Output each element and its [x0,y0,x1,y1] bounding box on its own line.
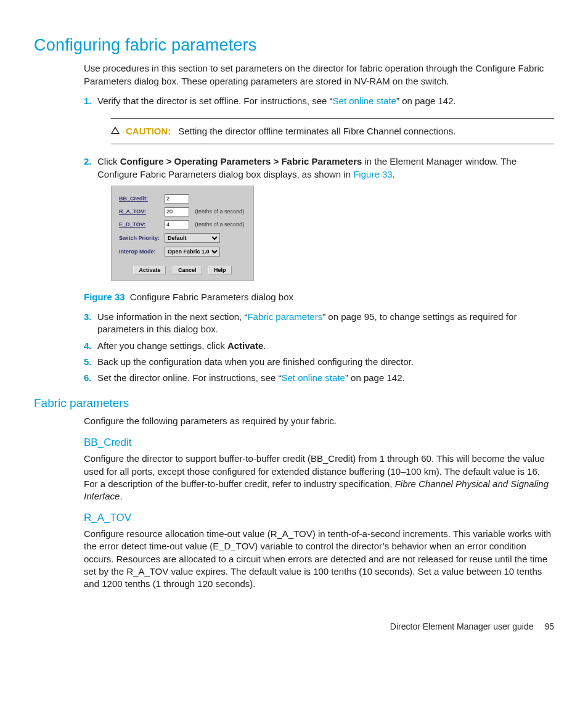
r-a-tov-unit: (tenths of a second) [193,205,248,218]
step-text: . [393,169,395,179]
help-button[interactable]: Help [208,266,232,274]
step-6: 6. Set the director online. For instruct… [84,372,554,384]
switch-priority-select[interactable]: Default [165,233,220,243]
set-online-state-link-2[interactable]: Set online state [281,372,345,383]
page-number: 95 [544,622,554,631]
bb-credit-paragraph: Configure the director to support buffer… [84,453,554,503]
switch-priority-label: Switch Priority: [116,231,162,245]
step-text: Back up the configuration data when you … [97,356,414,367]
bb-credit-heading: BB_Credit [84,436,554,450]
step-text: ” on page 142. [345,372,405,383]
step-1: 1. Verify that the director is set offli… [84,95,554,145]
r-a-tov-input[interactable] [165,207,189,216]
interop-mode-select[interactable]: Open Fabric 1.0 [165,247,220,257]
e-d-tov-label: E_D_TOV: [116,218,162,231]
bb-credit-text-end: . [120,491,122,501]
step-text: . [263,340,266,351]
step-text: Click [97,156,120,166]
intro-paragraph: Use procedures in this section to set pa… [84,62,554,88]
figure-caption: Figure 33 Configure Fabric Parameters di… [84,291,554,303]
step-2: 2. Click Configure > Operating Parameter… [84,155,554,281]
caution-icon [111,126,120,134]
step-number: 6. [84,372,92,384]
step-number: 1. [84,95,92,107]
page-footer: Director Element Manager user guide 95 [34,621,554,633]
caution-box: CAUTION: Setting the director offline te… [111,118,554,144]
menu-path: Configure > Operating Parameters > Fabri… [120,156,362,166]
r-a-tov-heading: R_A_TOV [84,511,554,525]
step-number: 5. [84,356,92,368]
caution-text: Setting the director offline terminates … [178,125,455,138]
set-online-state-link[interactable]: Set online state [333,96,396,106]
interop-mode-label: Interop Mode: [116,245,162,258]
fabric-parameters-link[interactable]: Fabric parameters [247,311,322,322]
e-d-tov-input[interactable] [165,220,189,229]
fabric-parameters-heading: Fabric parameters [34,395,554,411]
cancel-button[interactable]: Cancel [173,266,202,274]
bb-credit-input[interactable] [165,194,189,203]
step-number: 4. [84,340,92,352]
r-a-tov-paragraph: Configure resource allocation time-out v… [84,528,554,590]
figure-33-link[interactable]: Figure 33 [353,169,392,179]
step-4: 4. After you change settings, click Acti… [84,340,554,352]
step-text: Verify that the director is set offline.… [97,96,333,106]
step-number: 2. [84,155,92,168]
fabric-parameters-dialog: BB_Credit: R_A_TOV: (tenths of a second)… [111,186,254,281]
step-5: 5. Back up the configuration data when y… [84,356,554,368]
step-text: Use information in the next section, “ [97,311,247,322]
fabric-parameters-intro: Configure the following parameters as re… [84,415,554,427]
step-text: After you change settings, click [97,340,227,351]
footer-title: Director Element Manager user guide [390,622,534,631]
activate-bold: Activate [227,340,263,351]
figure-label: Figure 33 [84,292,125,302]
step-number: 3. [84,311,92,323]
r-a-tov-label: R_A_TOV: [116,205,162,218]
page-title: Configuring fabric parameters [34,34,554,56]
step-3: 3. Use information in the next section, … [84,311,554,336]
bb-credit-label: BB_Credit: [116,192,162,205]
figure-caption-text: Configure Fabric Parameters dialog box [128,292,293,302]
caution-label: CAUTION: [126,125,171,138]
step-text: ” on page 142. [396,96,456,106]
step-text: Set the director online. For instruction… [97,372,281,383]
e-d-tov-unit: (tenths of a second) [193,218,248,231]
activate-button[interactable]: Activate [133,266,166,274]
